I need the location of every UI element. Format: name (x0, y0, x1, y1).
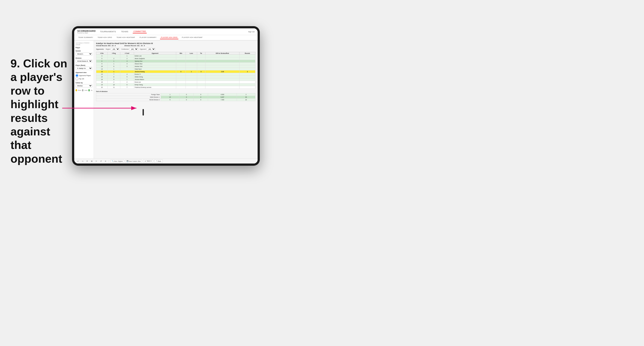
tablet-frame: SCOREBOARD Powered by clippd TOURNAMENTS… (72, 26, 260, 166)
tab-player-h2h-heatmap[interactable]: PLAYER H2H HEATMAP (181, 36, 204, 39)
cell-rounds (240, 57, 256, 60)
ood-loss: 0 (179, 99, 194, 101)
col-tie: Tie (197, 52, 205, 55)
ood-row[interactable]: NCAA Division 2 5 0 0 7.400 10 (96, 99, 256, 101)
cell-tie (197, 63, 205, 65)
sidebar-colour-section: Colour by Win/loss (76, 82, 92, 87)
filter-opponent: Opponent (All) (140, 48, 156, 51)
sidebar-timestamp: Last Updated: 27/03/2024 16:55:38 (76, 42, 92, 46)
table-row[interactable]: 9 1 4 Sharon Mun (96, 63, 256, 65)
tab-team-summary[interactable]: TEAM SUMMARY (77, 36, 94, 39)
toolbar-save-btn[interactable]: 💾 Save Custom View (125, 160, 142, 163)
grid-title: Katelyn Vo Head-to-Head Grid for Women's… (96, 42, 256, 44)
table-row[interactable]: 5 2 2 Alexis Sudjianto (96, 57, 256, 60)
opponent-filter-select[interactable]: (All) (147, 48, 156, 51)
table-row[interactable]: 15 8 5 Stella Cheng (96, 76, 256, 78)
tab-player-h2h-grid[interactable]: PLAYER H2H GRID (160, 36, 178, 39)
cell-win (176, 65, 186, 68)
table-row[interactable]: 18 2 2 Euna Lee (96, 81, 256, 83)
sidebar-colour-select[interactable]: Win/loss (76, 84, 92, 87)
toolbar-grid-btn[interactable]: ⊞ (90, 160, 94, 163)
cell-loss: 1 (186, 70, 197, 73)
cell-opponent: Euna Lee (134, 81, 176, 83)
toolbar-rotate-btn[interactable]: ↺ (99, 160, 102, 163)
nav-link-tournaments[interactable]: TOURNAMENTS (99, 30, 117, 33)
cell-loss (186, 76, 197, 78)
cell-conf: 1 (120, 78, 134, 81)
cell-loss (186, 78, 197, 81)
sidebar-player-section: Player (76, 47, 92, 48)
cell-win (176, 81, 186, 83)
sidebar-gender-select[interactable]: Women's (76, 52, 92, 56)
table-row[interactable]: 6 1 3 Sydney Kuo (96, 60, 256, 63)
toolbar-redo-btn[interactable]: ↪ (81, 160, 84, 163)
cell-rounds (240, 78, 256, 81)
nav-link-teams[interactable]: TEAMS (120, 30, 129, 33)
ood-row[interactable]: NAIA Division 1 15 0 0 9.267 30 (96, 96, 256, 99)
ood-rounds: 2 (237, 93, 256, 96)
ood-row[interactable]: Foreign Team 1 0 0 4.500 2 (96, 93, 256, 96)
col-opponent: Opponent (134, 52, 176, 55)
tab-team-h2h-heatmap[interactable]: TEAM H2H HEATMAP (116, 36, 136, 39)
annotation-text: 9. Click on a player's row to highlight … (10, 57, 72, 166)
cell-rounds (240, 76, 256, 78)
tab-player-summary[interactable]: PLAYER SUMMARY (138, 36, 158, 39)
cell-reg: 10 (108, 83, 120, 86)
cell-conf: 3 (120, 65, 134, 68)
sidebar-division-select[interactable]: NCAA Division III (76, 59, 92, 63)
ood-win: 1 (161, 93, 179, 96)
logo-sub: Powered by clippd (77, 32, 96, 33)
filter-region: Region (All) (106, 48, 120, 51)
cell-tie (197, 81, 205, 83)
cell-div: 13 (96, 70, 108, 73)
table-row[interactable]: 20 11 7 Federica Domecq Lacroze (96, 86, 256, 89)
ood-tie: 0 (194, 93, 208, 96)
toolbar-share-btn[interactable]: ↗ Share (154, 160, 162, 163)
table-row-highlighted[interactable]: 13 1 Jessica Huang 0 1 0 -3.00 2 (96, 70, 256, 73)
cell-div: 20 (96, 86, 108, 89)
table-row[interactable]: 14 7 4 Eunice Yi (96, 73, 256, 76)
nav-bar: SCOREBOARD Powered by clippd TOURNAMENTS… (74, 28, 258, 35)
toolbar-circle-btn[interactable]: ⊙ (104, 160, 107, 163)
table-row[interactable]: 19 10 6 Emily Chang (96, 83, 256, 86)
sign-out-button[interactable]: Sign out (248, 31, 254, 33)
sub-nav: TEAM SUMMARY TEAM H2H GRID TEAM H2H HEAT… (74, 35, 258, 40)
sidebar-player-rank-label: Player (Rank) (76, 65, 92, 66)
table-row[interactable]: 13 1 Haeji Hyun (96, 68, 256, 70)
sidebar-radio-top100[interactable]: Top 100 (76, 77, 92, 80)
nav-link-committee[interactable]: COMMITTEE (133, 30, 147, 33)
sidebar-player-rank-select[interactable]: 8. Katelyn Vo (76, 67, 92, 70)
sidebar-player-rank-section: Player (Rank) 8. Katelyn Vo (76, 65, 92, 70)
toolbar-undo-btn[interactable]: ↩ (76, 160, 80, 163)
sidebar-radio-opponents-played[interactable]: Opponents Played (76, 74, 92, 77)
cell-opponent: Eunice Yi (134, 73, 176, 76)
table-row[interactable]: 16 9 1 Jessica Mason (96, 78, 256, 81)
ood-loss: 0 (179, 93, 194, 96)
ood-name: NCAA Division 2 (96, 99, 161, 101)
toolbar-view-btn[interactable]: 🔍 View: Original (110, 160, 124, 163)
ood-name: Foreign Team (96, 93, 161, 96)
toolbar-cut-btn[interactable]: ✂ (95, 160, 98, 163)
toolbar-watch-btn[interactable]: 👁 Watch ▾ (143, 160, 153, 163)
col-conf: # Conf (120, 52, 134, 55)
cell-conf: 4 (120, 73, 134, 76)
toolbar-refresh-btn[interactable]: ⟳ (86, 160, 89, 163)
cell-div: 14 (96, 73, 108, 76)
tab-team-h2h-grid[interactable]: TEAM H2H GRID (97, 36, 113, 39)
cell-div: 18 (96, 81, 108, 83)
cell-div: 16 (96, 78, 108, 81)
sidebar-gender-label: Gender (76, 50, 92, 52)
ood-rounds: 10 (237, 99, 256, 101)
cell-diff (205, 83, 240, 86)
ood-rounds: 30 (237, 96, 256, 99)
cell-conf: 1 (120, 55, 134, 57)
conference-filter-select[interactable]: (All) (130, 48, 138, 51)
cell-opponent: Andrea York (134, 65, 176, 68)
cell-opponent: Sharon Mun (134, 63, 176, 65)
sidebar-radio-group: Opponents Played Top 100 (76, 74, 92, 80)
table-row[interactable]: 3 1 Esther Lee (96, 55, 256, 57)
cell-reg (108, 55, 120, 57)
region-filter-select[interactable]: (All) (111, 48, 120, 51)
table-row[interactable]: 10 6 3 Andrea York (96, 65, 256, 68)
cell-rounds (240, 60, 256, 63)
